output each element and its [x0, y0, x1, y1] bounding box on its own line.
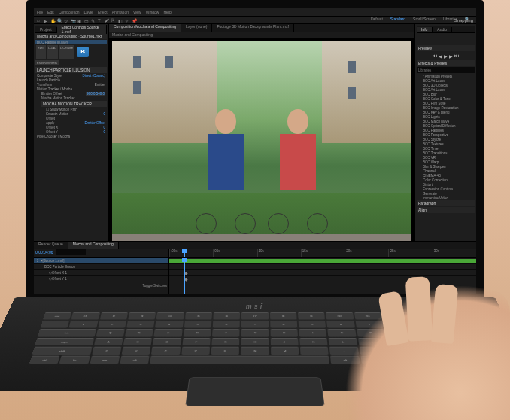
key[interactable]: Y — [241, 329, 269, 336]
key[interactable]: 3 — [126, 321, 155, 328]
key[interactable]: esc — [43, 312, 71, 320]
key[interactable]: f8 — [270, 312, 297, 320]
menu-help[interactable]: Help — [163, 10, 171, 14]
key[interactable]: R — [183, 329, 211, 336]
key[interactable]: A — [94, 338, 123, 345]
timeline-comp-tab[interactable]: Mocha and Compositing — [68, 242, 119, 249]
comp-tab-layer[interactable]: Layer (none) — [181, 24, 212, 32]
key[interactable]: U — [270, 329, 298, 336]
search-help-icon[interactable]: 🔍 — [461, 17, 473, 24]
smooth-motion-value[interactable]: 0 — [103, 112, 105, 116]
last-frame-icon[interactable]: ⏭ — [454, 53, 459, 59]
offset-y-value[interactable]: 0 — [103, 130, 105, 134]
prev-frame-icon[interactable]: ◀ — [439, 53, 442, 59]
menu-layer[interactable]: Layer — [83, 10, 93, 14]
key[interactable]: f5 — [185, 312, 212, 320]
key-space[interactable] — [150, 356, 329, 364]
key[interactable]: Q — [96, 329, 124, 336]
project-tab[interactable]: Project — [35, 27, 57, 32]
rotate-tool-icon[interactable]: ↻ — [64, 18, 68, 23]
tracker-header[interactable]: Motion Tracker / Mocha — [37, 87, 72, 91]
key[interactable]: f6 — [213, 312, 240, 320]
roto-tool-icon[interactable]: ✧ — [125, 18, 129, 23]
key[interactable]: 2 — [98, 321, 126, 328]
comp-tab-footage[interactable]: Footage 3D Motion Backgrounds Plant.mxf — [212, 24, 293, 32]
shape-tool-icon[interactable]: ▭ — [84, 18, 89, 23]
key[interactable]: 8 — [270, 321, 297, 328]
layer-row[interactable]: BCC Particle Illusion — [34, 264, 168, 270]
offset-label[interactable]: Offset — [46, 117, 55, 120]
pixelchooser-label[interactable]: PixelChooser / Mocha — [37, 135, 70, 138]
layer-row[interactable]: 1▪ [Source 1.mxf] — [34, 258, 168, 264]
key-caps[interactable]: caps — [35, 338, 94, 345]
playhead-line[interactable] — [184, 258, 185, 294]
menu-animation[interactable]: Animation — [112, 10, 129, 14]
key[interactable]: H — [241, 338, 269, 345]
key[interactable]: G — [211, 338, 239, 345]
playhead[interactable] — [184, 249, 185, 257]
workspace-default[interactable]: Default — [367, 17, 387, 24]
info-tab[interactable]: Info — [417, 27, 433, 32]
key[interactable]: V — [181, 346, 210, 355]
key[interactable]: M — [271, 346, 299, 355]
play-icon[interactable]: ▶ — [444, 53, 448, 59]
composite-style-value[interactable]: Direct (Classic) — [82, 74, 105, 78]
workspace-libraries[interactable]: Libraries — [439, 17, 461, 24]
transform-label[interactable]: Transform — [37, 83, 95, 87]
edit-button[interactable]: EDIT — [36, 45, 46, 59]
paragraph-header[interactable]: Paragraph — [417, 200, 475, 206]
key[interactable]: f9 — [298, 312, 325, 320]
key[interactable]: f7 — [241, 312, 269, 320]
fx-browser-button[interactable]: FX BROWSER — [35, 60, 59, 65]
pen-tool-icon[interactable]: ✎ — [91, 18, 96, 23]
key[interactable]: 4 — [155, 321, 183, 328]
emitter-offset-value[interactable]: 900.0,540.0 — [86, 92, 105, 96]
comp-tab-main[interactable]: Composition Mocha and Compositing — [109, 24, 181, 32]
key[interactable]: f4 — [156, 312, 184, 320]
key[interactable]: S — [123, 338, 153, 345]
pan-behind-icon[interactable]: ◉ — [77, 18, 82, 23]
menu-composition[interactable]: Composition — [59, 10, 80, 14]
key[interactable]: C — [151, 346, 181, 355]
key-alt[interactable]: alt — [120, 356, 150, 364]
first-frame-icon[interactable]: ⏮ — [433, 53, 437, 59]
key-win[interactable]: win — [90, 356, 120, 364]
key[interactable]: Z — [92, 346, 122, 355]
key[interactable]: , — [300, 346, 329, 355]
key[interactable]: 6 — [213, 321, 240, 328]
key[interactable]: T — [212, 329, 240, 336]
workspace-small[interactable]: Small Screen — [409, 17, 439, 24]
render-queue-tab[interactable]: Render Queue — [34, 242, 68, 249]
show-motion-path[interactable]: ☐ Show Motion Path — [46, 108, 77, 111]
menu-file[interactable]: File — [37, 10, 43, 14]
key[interactable]: f1 — [71, 312, 100, 320]
menu-effect[interactable]: Effect — [98, 10, 108, 14]
key[interactable]: B — [211, 346, 240, 355]
type-tool-icon[interactable]: T — [98, 18, 102, 23]
menu-edit[interactable]: Edit — [47, 10, 54, 14]
key-shift[interactable]: shift — [32, 346, 93, 355]
key[interactable]: K — [299, 338, 328, 345]
launch-pi-button[interactable]: LAUNCH PARTICLE ILLUSION — [35, 67, 107, 73]
effects-search-input[interactable] — [417, 67, 475, 73]
effects-presets-header[interactable]: Effects & Presets — [417, 60, 475, 66]
current-timecode[interactable]: 0:00:04:06 — [34, 249, 55, 255]
menu-view[interactable]: View — [133, 10, 141, 14]
effect-name[interactable]: BCC Particle Illusion — [37, 41, 68, 44]
layer-row[interactable]: ◇ Offset Y 1 — [34, 276, 168, 282]
key[interactable]: ` — [41, 321, 70, 328]
align-header[interactable]: Align — [417, 207, 475, 213]
home-icon[interactable]: ⌂ — [37, 18, 41, 23]
key-ctrl[interactable]: ctrl — [29, 356, 60, 364]
key[interactable]: 9 — [299, 321, 326, 328]
key-fn[interactable]: fn — [59, 356, 90, 364]
key[interactable]: f3 — [128, 312, 156, 320]
key[interactable]: 7 — [241, 321, 269, 328]
key[interactable]: F — [182, 338, 211, 345]
key[interactable]: I — [299, 329, 326, 336]
layer-bar[interactable] — [169, 259, 476, 263]
key[interactable]: W — [125, 329, 153, 336]
mocha-tracker-label[interactable]: Mocha Motion Tracker — [41, 96, 75, 100]
key[interactable]: J — [270, 338, 298, 345]
key[interactable]: N — [241, 346, 269, 355]
